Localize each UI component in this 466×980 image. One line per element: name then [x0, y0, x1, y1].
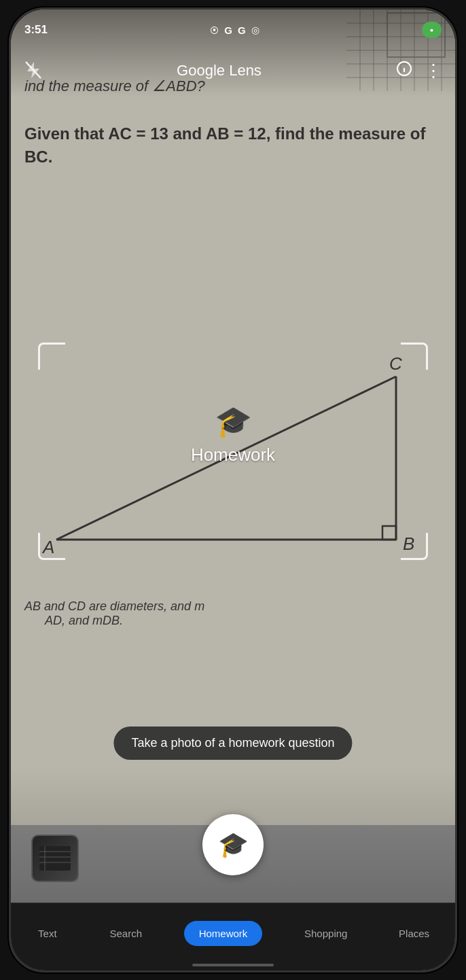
svg-rect-24: [39, 846, 71, 871]
battery-indicator: ▪: [422, 22, 442, 38]
homework-mode-text: Homework: [191, 444, 275, 466]
thumbnail[interactable]: [31, 835, 79, 882]
thumbnail-image: [33, 836, 77, 881]
google-g-icon-1: G: [224, 24, 232, 36]
bottom-paper-text: AB and CD are diameters, and m AD, and m…: [11, 599, 455, 628]
nav-label-places: Places: [399, 928, 429, 939]
homework-mode-label: 🎓 Homework: [191, 404, 275, 466]
status-right: ▪: [422, 22, 442, 38]
nav-item-search[interactable]: Search: [100, 922, 151, 945]
recording-icon: ⦿: [210, 25, 219, 35]
svg-text:B: B: [403, 533, 414, 554]
screen: ind the measure of ∠ABD? Given that AC =…: [11, 10, 455, 970]
video-icon: ▪: [430, 24, 433, 35]
svg-text:A: A: [41, 537, 54, 557]
nav-item-text[interactable]: Text: [27, 922, 68, 945]
tooltip: Take a photo of a homework question: [113, 727, 352, 760]
nav-label-text: Text: [38, 928, 57, 939]
nav-label-homework: Homework: [199, 928, 248, 939]
svg-text:C: C: [389, 353, 402, 374]
nav-label-search: Search: [109, 928, 142, 939]
more-button[interactable]: ⋮: [425, 60, 442, 82]
bottom-controls: 🎓: [11, 787, 455, 903]
nav-label-shopping: Shopping: [304, 928, 347, 939]
phone-shell: ind the measure of ∠ABD? Given that AC =…: [9, 7, 457, 973]
paper-question-2: Given that AC = 13 and AB = 12, find the…: [24, 122, 455, 168]
google-g-icon-2: G: [238, 24, 246, 36]
nav-item-homework[interactable]: Homework: [184, 921, 263, 946]
lens-title: Google Lens: [177, 62, 262, 80]
nav-item-shopping[interactable]: Shopping: [295, 922, 357, 945]
shutter-button[interactable]: 🎓: [202, 814, 264, 875]
status-bar: 3:51 ⦿ G G ◎ ▪: [11, 10, 455, 50]
header-icons: ⋮: [396, 60, 442, 82]
wifi-icon: ◎: [251, 24, 259, 35]
lens-header: Google Lens ⋮: [11, 50, 455, 91]
nav-item-places[interactable]: Places: [389, 922, 439, 945]
bottom-nav: Text Search Homework Shopping Places: [11, 903, 455, 970]
status-icons: ⦿ G G ◎: [210, 24, 259, 36]
shutter-icon: 🎓: [218, 830, 249, 859]
homework-mode-icon: 🎓: [215, 404, 252, 439]
status-time: 3:51: [24, 23, 48, 37]
tooltip-text: Take a photo of a homework question: [131, 736, 334, 750]
home-indicator: [192, 964, 274, 966]
info-button[interactable]: [396, 60, 412, 81]
svg-rect-16: [382, 526, 396, 540]
